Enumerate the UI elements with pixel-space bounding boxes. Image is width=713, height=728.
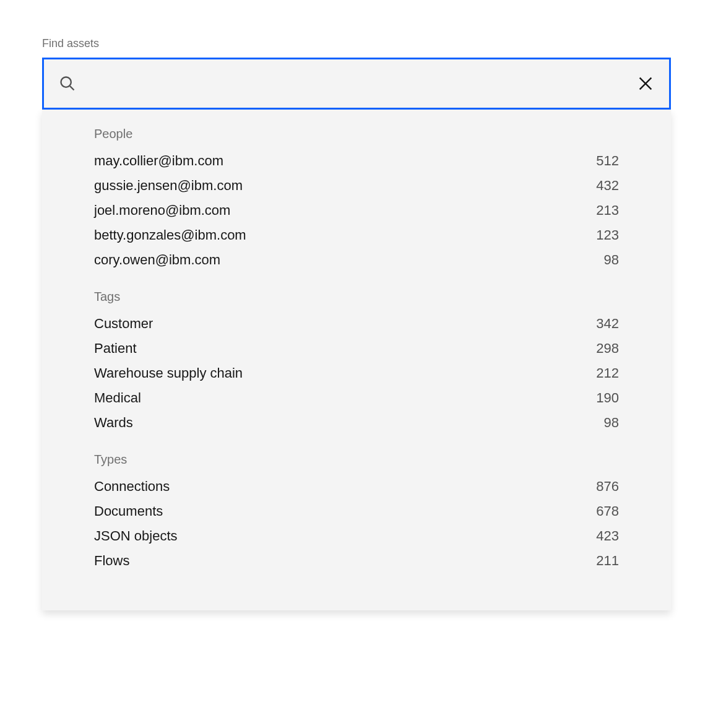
search-box[interactable] — [42, 58, 671, 110]
item-count: 342 — [596, 316, 619, 332]
list-item[interactable]: Warehouse supply chain 212 — [94, 361, 619, 386]
list-item[interactable]: Medical 190 — [94, 386, 619, 410]
list-item[interactable]: may.collier@ibm.com 512 — [94, 149, 619, 173]
item-label: Documents — [94, 503, 163, 519]
section-people: People may.collier@ibm.com 512 gussie.je… — [42, 127, 671, 272]
section-tags: Tags Customer 342 Patient 298 Warehouse … — [42, 290, 671, 435]
item-label: Warehouse supply chain — [94, 365, 243, 381]
item-label: betty.gonzales@ibm.com — [94, 227, 246, 243]
item-count: 432 — [596, 178, 619, 194]
list-item[interactable]: Customer 342 — [94, 311, 619, 336]
item-label: JSON objects — [94, 528, 178, 544]
item-count: 98 — [604, 415, 619, 431]
item-label: gussie.jensen@ibm.com — [94, 178, 243, 194]
list-item[interactable]: Connections 876 — [94, 474, 619, 499]
list-item[interactable]: Documents 678 — [94, 499, 619, 524]
list-item[interactable]: Patient 298 — [94, 336, 619, 361]
item-count: 190 — [596, 390, 619, 406]
item-label: Customer — [94, 316, 153, 332]
item-label: cory.owen@ibm.com — [94, 252, 220, 268]
search-container: Find assets People may.collier@ibm.com 5… — [42, 37, 671, 610]
list-item[interactable]: gussie.jensen@ibm.com 432 — [94, 173, 619, 198]
suggestions-dropdown: People may.collier@ibm.com 512 gussie.je… — [42, 110, 671, 610]
list-item[interactable]: Flows 211 — [94, 548, 619, 573]
item-label: Flows — [94, 553, 129, 569]
field-label: Find assets — [42, 37, 671, 50]
item-count: 212 — [596, 365, 619, 381]
item-label: Medical — [94, 390, 141, 406]
item-label: may.collier@ibm.com — [94, 153, 223, 169]
item-count: 98 — [604, 252, 619, 268]
item-count: 211 — [596, 553, 619, 569]
svg-point-0 — [61, 77, 71, 87]
item-label: Wards — [94, 415, 133, 431]
section-header: Types — [94, 453, 619, 467]
item-count: 512 — [596, 153, 619, 169]
section-types: Types Connections 876 Documents 678 JSON… — [42, 453, 671, 573]
search-icon — [59, 75, 76, 92]
list-item[interactable]: JSON objects 423 — [94, 524, 619, 548]
list-item[interactable]: betty.gonzales@ibm.com 123 — [94, 223, 619, 248]
item-count: 298 — [596, 340, 619, 357]
item-count: 876 — [596, 479, 619, 495]
item-label: Connections — [94, 479, 170, 495]
item-label: Patient — [94, 340, 137, 357]
list-item[interactable]: Wards 98 — [94, 410, 619, 435]
list-item[interactable]: joel.moreno@ibm.com 213 — [94, 198, 619, 223]
item-count: 423 — [596, 528, 619, 544]
item-label: joel.moreno@ibm.com — [94, 202, 230, 219]
list-item[interactable]: cory.owen@ibm.com 98 — [94, 248, 619, 272]
item-count: 213 — [596, 202, 619, 219]
search-input[interactable] — [86, 76, 637, 92]
section-header: People — [94, 127, 619, 141]
section-header: Tags — [94, 290, 619, 304]
item-count: 123 — [596, 227, 619, 243]
item-count: 678 — [596, 503, 619, 519]
svg-line-1 — [70, 86, 74, 90]
close-icon[interactable] — [637, 75, 654, 92]
